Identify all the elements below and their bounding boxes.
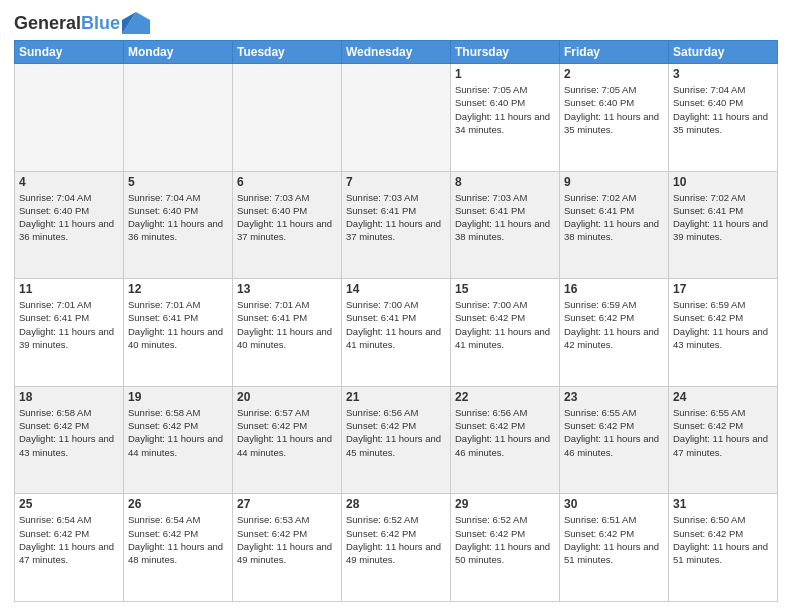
day-number: 13 xyxy=(237,282,337,296)
day-info: Sunrise: 7:01 AMSunset: 6:41 PMDaylight:… xyxy=(128,298,228,351)
calendar-cell: 21Sunrise: 6:56 AMSunset: 6:42 PMDayligh… xyxy=(342,386,451,494)
day-number: 11 xyxy=(19,282,119,296)
day-number: 17 xyxy=(673,282,773,296)
calendar-cell xyxy=(15,64,124,172)
calendar-cell: 25Sunrise: 6:54 AMSunset: 6:42 PMDayligh… xyxy=(15,494,124,602)
day-info: Sunrise: 6:55 AMSunset: 6:42 PMDaylight:… xyxy=(564,406,664,459)
day-info: Sunrise: 7:04 AMSunset: 6:40 PMDaylight:… xyxy=(19,191,119,244)
day-info: Sunrise: 6:51 AMSunset: 6:42 PMDaylight:… xyxy=(564,513,664,566)
calendar-week-3: 11Sunrise: 7:01 AMSunset: 6:41 PMDayligh… xyxy=(15,279,778,387)
day-info: Sunrise: 6:55 AMSunset: 6:42 PMDaylight:… xyxy=(673,406,773,459)
calendar-cell: 9Sunrise: 7:02 AMSunset: 6:41 PMDaylight… xyxy=(560,171,669,279)
day-info: Sunrise: 6:56 AMSunset: 6:42 PMDaylight:… xyxy=(346,406,446,459)
calendar-cell: 17Sunrise: 6:59 AMSunset: 6:42 PMDayligh… xyxy=(669,279,778,387)
day-number: 19 xyxy=(128,390,228,404)
day-number: 4 xyxy=(19,175,119,189)
calendar-cell: 1Sunrise: 7:05 AMSunset: 6:40 PMDaylight… xyxy=(451,64,560,172)
day-number: 6 xyxy=(237,175,337,189)
calendar-cell: 14Sunrise: 7:00 AMSunset: 6:41 PMDayligh… xyxy=(342,279,451,387)
calendar-cell: 11Sunrise: 7:01 AMSunset: 6:41 PMDayligh… xyxy=(15,279,124,387)
day-info: Sunrise: 6:58 AMSunset: 6:42 PMDaylight:… xyxy=(19,406,119,459)
calendar-cell: 31Sunrise: 6:50 AMSunset: 6:42 PMDayligh… xyxy=(669,494,778,602)
logo: GeneralBlue xyxy=(14,14,150,34)
day-number: 30 xyxy=(564,497,664,511)
calendar: SundayMondayTuesdayWednesdayThursdayFrid… xyxy=(14,40,778,602)
calendar-cell: 18Sunrise: 6:58 AMSunset: 6:42 PMDayligh… xyxy=(15,386,124,494)
day-number: 3 xyxy=(673,67,773,81)
calendar-cell xyxy=(124,64,233,172)
day-info: Sunrise: 6:58 AMSunset: 6:42 PMDaylight:… xyxy=(128,406,228,459)
calendar-cell: 4Sunrise: 7:04 AMSunset: 6:40 PMDaylight… xyxy=(15,171,124,279)
calendar-week-1: 1Sunrise: 7:05 AMSunset: 6:40 PMDaylight… xyxy=(15,64,778,172)
weekday-monday: Monday xyxy=(124,41,233,64)
day-number: 23 xyxy=(564,390,664,404)
day-info: Sunrise: 6:54 AMSunset: 6:42 PMDaylight:… xyxy=(128,513,228,566)
calendar-cell: 23Sunrise: 6:55 AMSunset: 6:42 PMDayligh… xyxy=(560,386,669,494)
day-info: Sunrise: 7:01 AMSunset: 6:41 PMDaylight:… xyxy=(237,298,337,351)
calendar-cell: 8Sunrise: 7:03 AMSunset: 6:41 PMDaylight… xyxy=(451,171,560,279)
day-info: Sunrise: 7:01 AMSunset: 6:41 PMDaylight:… xyxy=(19,298,119,351)
calendar-cell: 5Sunrise: 7:04 AMSunset: 6:40 PMDaylight… xyxy=(124,171,233,279)
day-number: 31 xyxy=(673,497,773,511)
calendar-cell: 2Sunrise: 7:05 AMSunset: 6:40 PMDaylight… xyxy=(560,64,669,172)
calendar-cell xyxy=(233,64,342,172)
page: GeneralBlue SundayMondayTuesdayWednesday… xyxy=(0,0,792,612)
day-info: Sunrise: 6:59 AMSunset: 6:42 PMDaylight:… xyxy=(673,298,773,351)
day-number: 25 xyxy=(19,497,119,511)
calendar-cell: 30Sunrise: 6:51 AMSunset: 6:42 PMDayligh… xyxy=(560,494,669,602)
day-info: Sunrise: 7:02 AMSunset: 6:41 PMDaylight:… xyxy=(673,191,773,244)
day-info: Sunrise: 7:05 AMSunset: 6:40 PMDaylight:… xyxy=(564,83,664,136)
day-number: 27 xyxy=(237,497,337,511)
calendar-cell: 15Sunrise: 7:00 AMSunset: 6:42 PMDayligh… xyxy=(451,279,560,387)
weekday-tuesday: Tuesday xyxy=(233,41,342,64)
day-info: Sunrise: 7:04 AMSunset: 6:40 PMDaylight:… xyxy=(128,191,228,244)
day-info: Sunrise: 6:59 AMSunset: 6:42 PMDaylight:… xyxy=(564,298,664,351)
day-number: 10 xyxy=(673,175,773,189)
day-info: Sunrise: 6:53 AMSunset: 6:42 PMDaylight:… xyxy=(237,513,337,566)
day-number: 22 xyxy=(455,390,555,404)
day-info: Sunrise: 6:57 AMSunset: 6:42 PMDaylight:… xyxy=(237,406,337,459)
day-info: Sunrise: 6:52 AMSunset: 6:42 PMDaylight:… xyxy=(455,513,555,566)
day-number: 7 xyxy=(346,175,446,189)
calendar-cell: 22Sunrise: 6:56 AMSunset: 6:42 PMDayligh… xyxy=(451,386,560,494)
calendar-cell: 12Sunrise: 7:01 AMSunset: 6:41 PMDayligh… xyxy=(124,279,233,387)
calendar-cell: 20Sunrise: 6:57 AMSunset: 6:42 PMDayligh… xyxy=(233,386,342,494)
day-number: 20 xyxy=(237,390,337,404)
day-number: 9 xyxy=(564,175,664,189)
day-info: Sunrise: 6:50 AMSunset: 6:42 PMDaylight:… xyxy=(673,513,773,566)
calendar-cell: 29Sunrise: 6:52 AMSunset: 6:42 PMDayligh… xyxy=(451,494,560,602)
day-number: 2 xyxy=(564,67,664,81)
logo-blue: Blue xyxy=(81,13,120,33)
day-info: Sunrise: 7:00 AMSunset: 6:42 PMDaylight:… xyxy=(455,298,555,351)
calendar-cell: 28Sunrise: 6:52 AMSunset: 6:42 PMDayligh… xyxy=(342,494,451,602)
weekday-friday: Friday xyxy=(560,41,669,64)
calendar-cell: 19Sunrise: 6:58 AMSunset: 6:42 PMDayligh… xyxy=(124,386,233,494)
calendar-cell: 6Sunrise: 7:03 AMSunset: 6:40 PMDaylight… xyxy=(233,171,342,279)
calendar-cell: 27Sunrise: 6:53 AMSunset: 6:42 PMDayligh… xyxy=(233,494,342,602)
weekday-wednesday: Wednesday xyxy=(342,41,451,64)
day-info: Sunrise: 7:00 AMSunset: 6:41 PMDaylight:… xyxy=(346,298,446,351)
calendar-week-4: 18Sunrise: 6:58 AMSunset: 6:42 PMDayligh… xyxy=(15,386,778,494)
day-info: Sunrise: 6:52 AMSunset: 6:42 PMDaylight:… xyxy=(346,513,446,566)
day-number: 18 xyxy=(19,390,119,404)
calendar-cell: 7Sunrise: 7:03 AMSunset: 6:41 PMDaylight… xyxy=(342,171,451,279)
calendar-cell: 3Sunrise: 7:04 AMSunset: 6:40 PMDaylight… xyxy=(669,64,778,172)
day-number: 8 xyxy=(455,175,555,189)
calendar-cell: 10Sunrise: 7:02 AMSunset: 6:41 PMDayligh… xyxy=(669,171,778,279)
day-info: Sunrise: 6:54 AMSunset: 6:42 PMDaylight:… xyxy=(19,513,119,566)
day-info: Sunrise: 7:03 AMSunset: 6:41 PMDaylight:… xyxy=(455,191,555,244)
day-number: 29 xyxy=(455,497,555,511)
calendar-cell xyxy=(342,64,451,172)
header: GeneralBlue xyxy=(14,10,778,34)
day-number: 24 xyxy=(673,390,773,404)
day-number: 5 xyxy=(128,175,228,189)
day-info: Sunrise: 7:02 AMSunset: 6:41 PMDaylight:… xyxy=(564,191,664,244)
day-number: 14 xyxy=(346,282,446,296)
calendar-cell: 26Sunrise: 6:54 AMSunset: 6:42 PMDayligh… xyxy=(124,494,233,602)
day-number: 12 xyxy=(128,282,228,296)
day-info: Sunrise: 7:03 AMSunset: 6:40 PMDaylight:… xyxy=(237,191,337,244)
day-number: 26 xyxy=(128,497,228,511)
day-info: Sunrise: 7:03 AMSunset: 6:41 PMDaylight:… xyxy=(346,191,446,244)
day-number: 15 xyxy=(455,282,555,296)
calendar-cell: 24Sunrise: 6:55 AMSunset: 6:42 PMDayligh… xyxy=(669,386,778,494)
